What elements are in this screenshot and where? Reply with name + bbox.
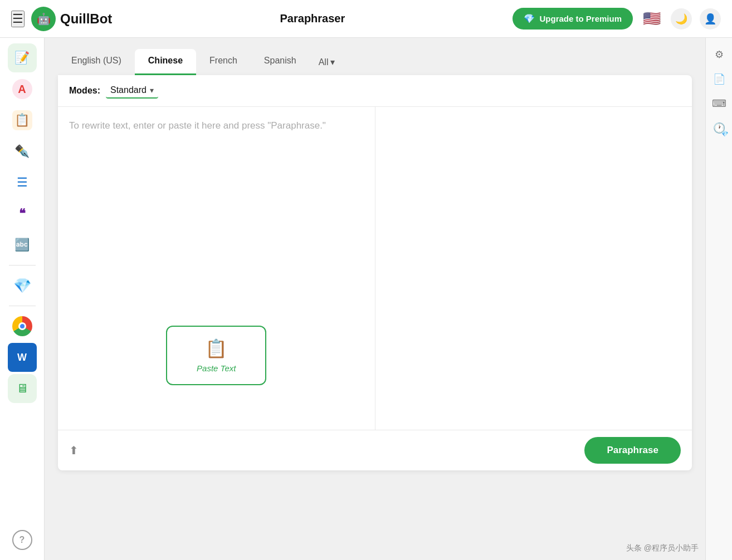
editor-footer: ⬆ Paraphrase: [58, 430, 692, 470]
sidebar-divider-2: [9, 306, 36, 306]
tab-english[interactable]: English (US): [58, 49, 135, 75]
left-sidebar: 📝 A 📋 ✒️ ☰ ❝ 🔤 💎 W 🖥 ?: [0, 38, 45, 560]
sidebar-item-grammar[interactable]: A: [8, 75, 37, 104]
upload-button[interactable]: ⬆: [69, 444, 79, 457]
sidebar-item-writer[interactable]: ✒️: [8, 137, 37, 166]
language-tabs: English (US) Chinese French Spanish All …: [58, 49, 692, 75]
tab-french[interactable]: French: [196, 49, 251, 75]
writer-icon: ✒️: [14, 144, 30, 159]
editor-body: To rewrite text, enter or paste it here …: [58, 107, 692, 430]
paraphraser-icon: 📝: [14, 51, 30, 65]
sidebar-divider: [9, 265, 36, 266]
paste-text-button[interactable]: 📋 Paste Text: [166, 326, 266, 385]
flow-icon: ☰: [17, 175, 28, 190]
navbar-left: ☰ 🤖 QuillBot: [11, 7, 112, 31]
logo-container: 🤖 QuillBot: [31, 7, 112, 31]
chevron-down-icon: ▾: [330, 57, 335, 67]
modes-dropdown[interactable]: Standard ▾: [106, 83, 158, 99]
notes-icon-button[interactable]: 📄: [709, 69, 729, 89]
right-sidebar: ⚙ 📄 ⌨ 🕐 💎: [705, 38, 732, 560]
language-flag-button[interactable]: 🇺🇸: [641, 8, 663, 30]
editor-input-panel: To rewrite text, enter or paste it here …: [58, 107, 375, 430]
sidebar-item-summarizer[interactable]: 📋: [8, 106, 37, 135]
word-icon: W: [17, 352, 27, 363]
modes-arrow-icon: ▾: [150, 86, 154, 95]
navbar: ☰ 🤖 QuillBot Paraphraser 💎 Upgrade to Pr…: [0, 0, 732, 38]
watermark: 头条 @程序员小助手: [626, 543, 699, 553]
history-premium-badge: 💎: [721, 131, 728, 137]
upgrade-label: Upgrade to Premium: [539, 14, 622, 23]
chrome-icon: [12, 316, 32, 336]
logo-icon: 🤖: [31, 7, 56, 31]
editor-card: Modes: Standard ▾ To rewrite text, enter…: [58, 75, 692, 470]
tab-all[interactable]: All ▾: [310, 50, 344, 75]
chrome-inner-circle: [18, 322, 26, 330]
user-profile-button[interactable]: 👤: [700, 8, 721, 30]
sidebar-item-quotes[interactable]: ❝: [8, 199, 37, 228]
sidebar-item-premium[interactable]: 💎: [8, 271, 37, 300]
main-content: English (US) Chinese French Spanish All …: [45, 38, 705, 560]
modes-label: Modes:: [69, 86, 100, 96]
editor-output-panel: [375, 107, 692, 430]
dark-mode-button[interactable]: 🌙: [671, 8, 692, 30]
all-label: All: [319, 57, 329, 67]
navbar-center: Paraphraser: [112, 12, 513, 25]
upgrade-button[interactable]: 💎 Upgrade to Premium: [513, 8, 633, 30]
sidebar-item-monitor[interactable]: 🖥: [8, 374, 37, 403]
clipboard-icon: 📋: [205, 338, 227, 359]
app-title: Paraphraser: [280, 12, 345, 25]
sidebar-item-flow[interactable]: ☰: [8, 168, 37, 197]
paste-label: Paste Text: [197, 363, 236, 373]
tab-spanish[interactable]: Spanish: [251, 49, 310, 75]
grammar-icon: A: [12, 79, 32, 99]
history-icon-button[interactable]: 🕐 💎: [709, 118, 729, 138]
tab-chinese[interactable]: Chinese: [135, 49, 196, 75]
logo-text: QuillBot: [60, 11, 112, 27]
navbar-right: 💎 Upgrade to Premium 🇺🇸 🌙 👤: [513, 8, 721, 30]
watermark-text: 头条 @程序员小助手: [626, 543, 699, 552]
keyboard-icon-button[interactable]: ⌨: [709, 94, 729, 114]
settings-icon-button[interactable]: ⚙: [709, 45, 729, 65]
summarizer-icon: 📋: [12, 110, 32, 130]
modes-selected-value: Standard: [110, 85, 147, 95]
sidebar-item-translate[interactable]: 🔤: [8, 230, 37, 259]
sidebar-item-word[interactable]: W: [8, 343, 37, 372]
modes-bar: Modes: Standard ▾: [58, 75, 692, 107]
monitor-icon: 🖥: [16, 381, 28, 396]
hamburger-button[interactable]: ☰: [11, 11, 25, 27]
editor-placeholder: To rewrite text, enter or paste it here …: [69, 118, 364, 134]
sidebar-item-paraphraser[interactable]: 📝: [8, 43, 37, 72]
translate-icon: 🔤: [14, 238, 30, 252]
premium-diamond-icon: 💎: [13, 277, 31, 294]
upload-icon: ⬆: [69, 444, 79, 457]
diamond-icon: 💎: [524, 13, 535, 24]
paraphrase-button[interactable]: Paraphrase: [584, 437, 681, 464]
help-icon: ?: [19, 535, 25, 545]
sidebar-item-chrome[interactable]: [8, 312, 37, 341]
sidebar-help-button[interactable]: ?: [12, 530, 32, 550]
quotes-icon: ❝: [19, 207, 26, 221]
